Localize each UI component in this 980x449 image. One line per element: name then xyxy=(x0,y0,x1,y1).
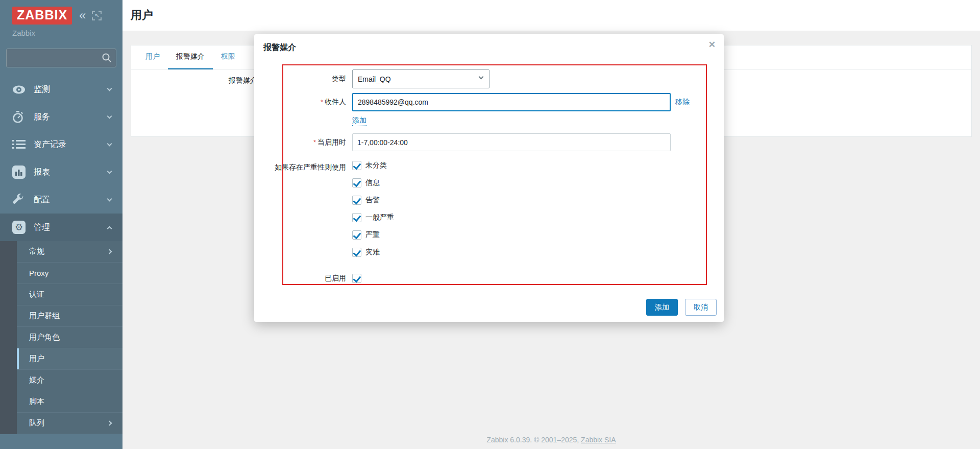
active-label: *当启用时 xyxy=(254,138,346,147)
sidebar-item-monitoring[interactable]: 监测 xyxy=(0,76,122,103)
sidebar-header: ZABBIX « ↖ xyxy=(0,0,122,25)
submenu-item-general[interactable]: 常规 xyxy=(17,241,122,263)
administration-submenu: 常规 Proxy 认证 用户群组 用户角色 用户 媒介 脚本 xyxy=(0,241,122,434)
sidebar-item-configuration[interactable]: 配置 xyxy=(0,186,122,214)
search-input[interactable] xyxy=(6,49,116,67)
submenu-item-media-types[interactable]: 媒介 xyxy=(17,370,122,391)
checkbox-not-classified[interactable] xyxy=(352,161,361,170)
media-table-label: 报警媒介 xyxy=(229,76,257,85)
checkbox-enabled[interactable] xyxy=(352,274,361,283)
footer-zabbix-sia-link[interactable]: Zabbix SIA xyxy=(581,436,616,444)
submenu-item-user-groups[interactable]: 用户群组 xyxy=(17,305,122,327)
severity-row: 信息 xyxy=(352,178,394,188)
add-button[interactable]: 添加 xyxy=(646,299,678,316)
list-icon xyxy=(12,139,27,150)
chevron-down-icon xyxy=(479,75,484,80)
sendto-input[interactable] xyxy=(352,93,671,111)
checkbox-average[interactable] xyxy=(352,213,361,222)
page-title: 用户 xyxy=(131,8,153,23)
tab-permissions[interactable]: 权限 xyxy=(213,45,243,69)
dialog-title: 报警媒介 xyxy=(263,42,296,53)
media-dialog: 报警媒介 ✕ 类型 Email_QQ *收件人 移除 添加 *当启用时 xyxy=(254,34,724,322)
fullscreen-icon[interactable]: ↖ xyxy=(92,11,102,20)
close-icon[interactable]: ✕ xyxy=(708,39,716,50)
submenu-item-proxy[interactable]: Proxy xyxy=(17,263,122,284)
submenu-item-queue[interactable]: 队列 xyxy=(17,413,122,434)
bar-chart-icon xyxy=(12,166,27,179)
sidebar-item-reports[interactable]: 报表 xyxy=(0,158,122,186)
severity-row: 未分类 xyxy=(352,160,394,171)
submenu-item-users[interactable]: 用户 xyxy=(17,348,122,370)
severity-row: 告警 xyxy=(352,195,394,205)
gear-icon: ⚙ xyxy=(12,221,27,234)
page-header: 用户 xyxy=(122,0,980,31)
chevron-down-icon xyxy=(107,141,112,146)
cancel-button[interactable]: 取消 xyxy=(685,299,717,316)
collapse-sidebar-icon[interactable]: « xyxy=(79,9,86,21)
chevron-right-icon xyxy=(107,421,112,426)
required-asterisk: * xyxy=(321,98,323,106)
chevron-down-icon xyxy=(107,196,112,201)
chevron-down-icon xyxy=(107,86,112,91)
footer-version: Zabbix 6.0.39. © 2001–2025, xyxy=(486,436,581,444)
wrench-icon xyxy=(12,194,27,206)
required-asterisk: * xyxy=(313,138,316,146)
dialog-buttons: 添加 取消 xyxy=(646,299,717,316)
submenu-item-authentication[interactable]: 认证 xyxy=(17,284,122,305)
type-select[interactable]: Email_QQ xyxy=(352,69,489,88)
chevron-up-icon xyxy=(107,226,112,231)
severity-label: 如果存在严重性则使用 xyxy=(254,163,346,172)
add-recipient-link[interactable]: 添加 xyxy=(352,116,366,126)
when-active-input[interactable] xyxy=(352,133,671,151)
footer: Zabbix 6.0.39. © 2001–2025, Zabbix SIA xyxy=(122,436,980,444)
submenu-item-scripts[interactable]: 脚本 xyxy=(17,391,122,413)
sidebar-item-administration[interactable]: ⚙ 管理 xyxy=(0,214,122,241)
server-name: Zabbix xyxy=(0,25,122,37)
type-label: 类型 xyxy=(254,75,346,84)
tab-user[interactable]: 用户 xyxy=(137,45,168,69)
checkbox-high[interactable] xyxy=(352,230,361,240)
checkbox-warning[interactable] xyxy=(352,196,361,205)
sidebar-search xyxy=(6,49,116,67)
submenu-item-user-roles[interactable]: 用户角色 xyxy=(17,327,122,348)
enabled-label: 已启用 xyxy=(254,274,346,283)
sendto-label: *收件人 xyxy=(254,98,346,107)
checkbox-disaster[interactable] xyxy=(352,248,361,257)
eye-icon xyxy=(12,85,27,94)
chevron-down-icon xyxy=(107,169,112,174)
tab-media[interactable]: 报警媒介 xyxy=(168,45,213,69)
checkbox-information[interactable] xyxy=(352,178,361,187)
search-icon[interactable] xyxy=(102,53,112,63)
chevron-right-icon xyxy=(107,249,112,254)
remove-link[interactable]: 移除 xyxy=(675,98,690,107)
severity-row: 灾难 xyxy=(352,247,394,257)
zabbix-logo[interactable]: ZABBIX xyxy=(12,7,72,25)
severity-checkboxes: 未分类 信息 告警 一般严重 严重 灾难 xyxy=(352,160,394,265)
sidebar: ZABBIX « ↖ Zabbix 监测 xyxy=(0,0,122,449)
sidebar-item-inventory[interactable]: 资产记录 xyxy=(0,131,122,158)
sidebar-menu: 监测 服务 资产记录 xyxy=(0,76,122,434)
severity-row: 严重 xyxy=(352,230,394,240)
stopwatch-icon xyxy=(12,111,27,123)
chevron-down-icon xyxy=(107,113,112,119)
severity-row: 一般严重 xyxy=(352,212,394,223)
sidebar-item-services[interactable]: 服务 xyxy=(0,103,122,131)
